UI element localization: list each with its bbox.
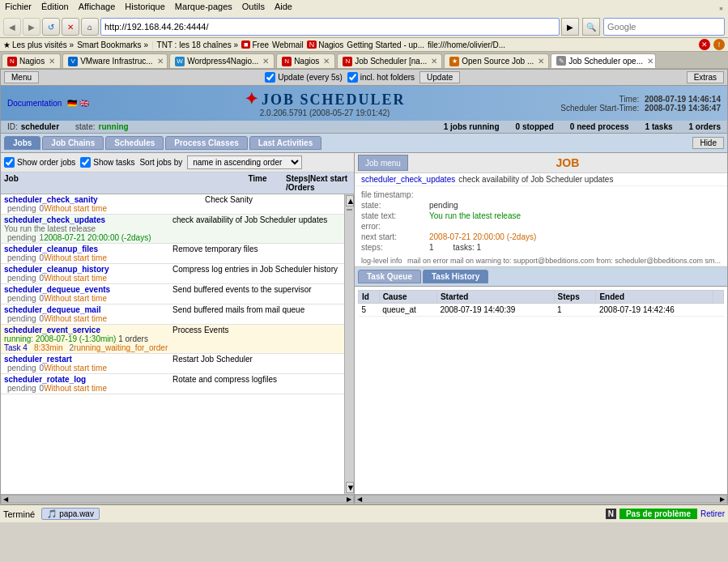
search-input[interactable] — [603, 18, 725, 36]
menu-historique[interactable]: Historique — [125, 2, 165, 15]
bookmark-webmail[interactable]: Webmail — [272, 40, 304, 49]
nav-tab-jobs[interactable]: Jobs — [4, 136, 40, 150]
logo-center: ✦ JOB SCHEDULER 2.0.206.5791 (2008-05-27… — [89, 89, 561, 117]
show-order-jobs-checkbox[interactable] — [4, 157, 15, 168]
menu-fichier[interactable]: Fichier — [5, 2, 32, 15]
tab-wordpress[interactable]: W Wordpress4Nagio... ✕ — [169, 53, 275, 68]
hscroll-left[interactable]: ◀ — [3, 496, 8, 503]
detail-panel: Job menu JOB scheduler_check_updates che… — [355, 153, 727, 504]
scheduler-start-row: Scheduler Start-Time: 2008-07-19 14:36:4… — [560, 104, 721, 113]
job-name-dequeue-mail[interactable]: scheduler_dequeue_mail — [4, 305, 172, 314]
detail-hscroll-left[interactable]: ◀ — [357, 496, 362, 503]
status-right: N Pas de problème Retirer — [606, 509, 725, 519]
app-container: Menu Update (every 5s) incl. hot folders… — [0, 69, 728, 505]
tab-opensource-close[interactable]: ✕ — [538, 57, 544, 66]
tab-nagios2[interactable]: N Nagios ✕ — [276, 53, 335, 68]
update-checkbox[interactable] — [265, 72, 275, 83]
nagios-bk-icon: N — [307, 40, 317, 49]
hide-button[interactable]: Hide — [692, 137, 724, 149]
detail-job-name[interactable]: scheduler_check_updates — [361, 175, 455, 184]
incl-folders-checkbox[interactable] — [347, 72, 358, 83]
tab-opensource[interactable]: ★ Open Source Job ... ✕ — [444, 53, 549, 68]
home-button[interactable]: ⌂ — [81, 18, 99, 36]
nav-tab-processclasses[interactable]: Process Classes — [165, 136, 248, 150]
job-name-cleanup-history[interactable]: scheduler_cleanup_history — [4, 265, 172, 274]
job-name-restart[interactable]: scheduler_restart — [4, 355, 172, 364]
tab-vmware-close[interactable]: ✕ — [157, 57, 164, 66]
doc-label[interactable]: Documentation — [7, 99, 62, 108]
nav-tab-lastactivities[interactable]: Last Activities — [249, 136, 321, 150]
incl-folders-label[interactable]: incl. hot folders — [347, 72, 415, 83]
job-name-cleanup-files[interactable]: scheduler_cleanup_files — [4, 245, 172, 253]
bookmark-smart[interactable]: Smart Bookmarks » — [77, 40, 148, 49]
forward-button[interactable]: ▶ — [23, 18, 40, 36]
job-name-event-service[interactable]: scheduler_event_service — [4, 326, 172, 334]
address-bar[interactable] — [100, 18, 560, 36]
detail-hscroll[interactable]: ◀ ▶ — [355, 494, 727, 504]
download-item[interactable]: 🎵 papa.wav — [41, 508, 100, 520]
bookmark-getting-started[interactable]: Getting Started - up... — [347, 40, 424, 49]
update-button[interactable]: Update — [419, 71, 460, 83]
show-tasks-label[interactable]: Show tasks — [80, 157, 134, 168]
tab-nagios[interactable]: N Nagios ✕ — [2, 53, 61, 68]
show-order-jobs-label[interactable]: Show order jobs — [4, 157, 75, 168]
detail-menu-button[interactable]: Job menu — [358, 155, 408, 171]
job-row2-restart: pending 0 Without start time — [4, 364, 341, 373]
tab-nagios2-close[interactable]: ✕ — [323, 57, 330, 66]
nav-tab-schedules[interactable]: Schedules — [105, 136, 164, 150]
tab-jobscheduler-close[interactable]: ✕ — [431, 57, 437, 66]
bookmark-nagios[interactable]: N Nagios — [307, 40, 344, 49]
bookmark-getting-started-label: Getting Started - up... — [347, 40, 424, 49]
tab-vmware[interactable]: V VMware Infrastruc... ✕ — [62, 53, 168, 68]
update-checkbox-label[interactable]: Update (every 5s) — [265, 72, 342, 83]
nav-tab-jobchains[interactable]: Job Chains — [42, 136, 104, 150]
scroll-down-arrow[interactable]: ▼ — [346, 482, 354, 493]
detail-state-value: pending — [429, 201, 458, 210]
tab-vmware-label: VMware Infrastruc... — [80, 57, 152, 66]
detail-tab-queue[interactable]: Task Queue — [358, 270, 421, 283]
scroll-thumb[interactable] — [347, 209, 352, 211]
show-tasks-checkbox[interactable] — [80, 157, 91, 168]
tab-nagios-close[interactable]: ✕ — [49, 57, 55, 66]
job-start-dequeue-events: Without start time — [44, 294, 107, 303]
sort-jobs-select[interactable]: name in ascending order name in descendi… — [187, 155, 302, 169]
tab-wordpress-close[interactable]: ✕ — [262, 57, 269, 66]
bookmark-free[interactable]: ■ Free — [241, 40, 269, 49]
menu-outils[interactable]: Outils — [242, 2, 265, 15]
job-name-rotate-log[interactable]: scheduler_rotate_log — [4, 375, 172, 384]
divider-1: | — [151, 40, 154, 49]
menu-edition[interactable]: Édition — [41, 2, 69, 15]
menu-marquepages[interactable]: Marque-pages — [175, 2, 232, 15]
bookmark-most-visited-label: Les plus visités » — [12, 40, 74, 49]
info-icon: ! — [713, 39, 725, 50]
detail-hscroll-right[interactable]: ▶ — [720, 496, 725, 503]
jobs-scroll[interactable]: scheduler_check_sanity Check Sanity pend… — [1, 194, 344, 494]
job-row2-cleanup-history: pending 0 Without start time — [4, 274, 341, 283]
reload-button[interactable]: ↺ — [42, 18, 60, 36]
bookmark-file[interactable]: file:///home/olivier/D... — [428, 40, 505, 49]
tab-jobscheduler-ope[interactable]: ✎ Job Scheduler ope... ✕ — [551, 53, 656, 68]
app-menu-button[interactable]: Menu — [4, 71, 39, 83]
task-ref[interactable]: Task 4 — [4, 343, 28, 352]
hscroll-right[interactable]: ▶ — [347, 496, 351, 503]
job-name-dequeue-events[interactable]: scheduler_dequeue_events — [4, 285, 172, 294]
jobs-scrollbar[interactable]: ▲ ▼ — [344, 194, 354, 494]
job-name-check-updates[interactable]: scheduler_check_updates — [4, 215, 172, 224]
tab-jobscheduler-ope-close[interactable]: ✕ — [647, 57, 653, 66]
tab-jobscheduler[interactable]: N Job Scheduler [na... ✕ — [337, 53, 442, 68]
menu-aide[interactable]: Aide — [275, 2, 292, 15]
jobs-hscroll[interactable]: ◀ ▶ — [1, 494, 354, 504]
menu-affichage[interactable]: Affichage — [79, 2, 116, 15]
job-name-check-sanity[interactable]: scheduler_check_sanity — [4, 195, 140, 204]
extras-button[interactable]: Extras — [687, 71, 724, 83]
page-content: Menu Update (every 5s) incl. hot folders… — [0, 69, 728, 505]
bookmark-tnt[interactable]: TNT : les 18 chaînes » — [157, 40, 238, 49]
stop-button[interactable]: ✕ — [62, 18, 79, 36]
scroll-up-arrow[interactable]: ▲ — [346, 195, 354, 206]
bookmark-most-visited[interactable]: ★ Les plus visités » — [3, 40, 74, 49]
go-button[interactable]: ▶ — [561, 18, 579, 36]
job-state-check-sanity: pending — [4, 204, 40, 213]
retirer-button[interactable]: Retirer — [700, 509, 725, 518]
back-button[interactable]: ◀ — [3, 18, 21, 36]
detail-tab-history[interactable]: Task History — [423, 270, 488, 283]
